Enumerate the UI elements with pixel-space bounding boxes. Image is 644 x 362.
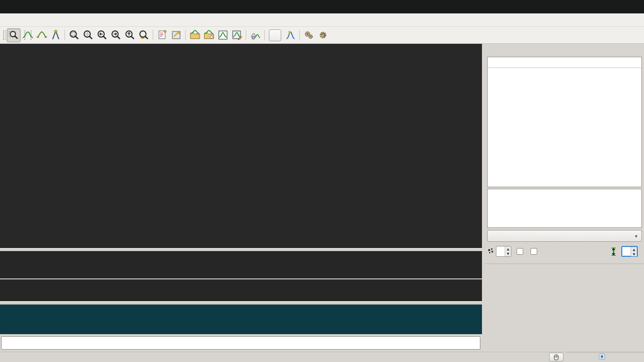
zoom-vertical-button[interactable] [81, 28, 95, 42]
save-data-button[interactable] [230, 28, 244, 42]
zoom-mode-button[interactable] [7, 28, 21, 42]
mouse-icon [553, 354, 560, 360]
small-peaks-gear-icon [250, 29, 261, 41]
zoom-up-icon [124, 29, 136, 41]
fityk-window: ▾ ▲▼ ▲▼ [0, 0, 644, 362]
run-gear-icon [317, 29, 329, 41]
edit-data-button[interactable] [216, 28, 230, 42]
script-icon [157, 29, 168, 41]
zoom-left-button[interactable] [95, 28, 109, 42]
plot-controls-row: ▲▼ ▲▼ [487, 245, 642, 257]
zoom-previous-button[interactable] [137, 28, 151, 42]
point-size-value [496, 246, 505, 256]
aux-chart [0, 251, 482, 278]
statusbar-divider [567, 352, 644, 353]
folder-star-icon [203, 29, 215, 41]
add-peak-mode-button[interactable] [35, 28, 49, 42]
script-editor-button[interactable] [155, 28, 169, 42]
mouse-hint-button[interactable] [549, 353, 564, 361]
point-size-stepper[interactable]: ▲▼ [496, 246, 511, 257]
gears-icon [303, 29, 315, 41]
settings-gears-button[interactable] [302, 28, 316, 42]
peak-range-icon [22, 29, 34, 41]
sidebar-tabs [488, 45, 642, 57]
peak-draw-icon [36, 29, 47, 41]
point-size-icon [487, 248, 494, 255]
sidebar: ▾ ▲▼ ▲▼ [485, 44, 644, 352]
zoom-up-button[interactable] [123, 28, 137, 42]
zoom-prev-icon [138, 29, 150, 41]
plot-frame-icon [217, 29, 229, 41]
shift-icon [610, 247, 617, 256]
main-plot[interactable] [0, 44, 482, 248]
toolbar-separator [264, 30, 265, 40]
line-checkbox[interactable] [517, 248, 523, 255]
chevron-down-icon: ▾ [635, 234, 637, 239]
toolbar [0, 27, 644, 44]
toolbar-separator [153, 30, 153, 40]
zoom-vert-icon [83, 29, 94, 41]
aux-plot-2[interactable] [0, 279, 482, 301]
panel-divider [485, 264, 644, 264]
data-table [487, 57, 642, 187]
cursor-up-icon [599, 353, 605, 360]
toolbar-separator [246, 30, 246, 40]
add-function-button[interactable] [283, 28, 297, 42]
data-range-mode-button[interactable] [21, 28, 35, 42]
zoom-right-button[interactable] [109, 28, 123, 42]
plot-column [0, 44, 482, 352]
peak-plus-icon [285, 29, 296, 41]
width-mode-button[interactable] [49, 28, 62, 42]
shift-value [622, 247, 631, 256]
open-data-alt-button[interactable] [202, 28, 216, 42]
folder-open-icon [189, 29, 201, 41]
session-settings-button[interactable] [169, 28, 183, 42]
function-tools-button[interactable] [248, 28, 262, 42]
titlebar [0, 0, 644, 13]
show-mode-combobox[interactable]: ▾ [487, 230, 642, 242]
wrench-box-icon [171, 29, 182, 41]
close-button[interactable] [630, 2, 639, 11]
zoom-left-icon [96, 29, 108, 41]
table-header [488, 57, 641, 68]
command-input-row [0, 334, 482, 352]
zoom-all-button[interactable] [67, 28, 81, 42]
execute-button[interactable] [316, 28, 330, 42]
toolbar-separator [185, 30, 186, 40]
stepper-arrows[interactable]: ▲▼ [631, 247, 637, 256]
dataset-info-box [487, 189, 642, 228]
toolbar-separator [65, 30, 65, 40]
zoom-all-icon [69, 29, 80, 41]
open-data-button[interactable] [188, 28, 202, 42]
magnifier-rect-icon [8, 29, 20, 41]
shift-stepper[interactable]: ▲▼ [621, 246, 638, 257]
statusbar [0, 352, 644, 362]
stepper-arrows[interactable]: ▲▼ [505, 246, 511, 256]
function-type-combobox[interactable] [269, 29, 281, 41]
output-console [0, 304, 482, 334]
spectra-chart [0, 44, 482, 248]
aux-plot-1[interactable] [0, 251, 482, 278]
toolbar-grip[interactable] [2, 29, 6, 41]
sigma-checkbox[interactable] [530, 248, 537, 255]
command-input[interactable] [1, 336, 480, 350]
caliper-icon [50, 29, 61, 41]
save-plot-icon [231, 29, 243, 41]
content-area: ▾ ▲▼ ▲▼ [0, 44, 644, 352]
toolbar-separator [299, 30, 300, 40]
menubar [0, 13, 644, 27]
zoom-right-icon [110, 29, 122, 41]
